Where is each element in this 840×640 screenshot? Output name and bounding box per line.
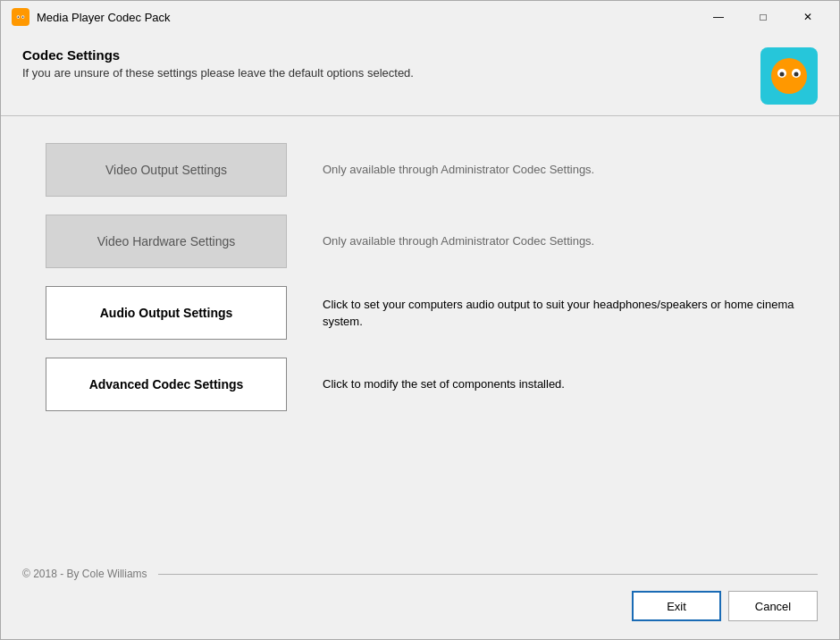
page-title: Codec Settings bbox=[22, 47, 414, 63]
footer: © 2018 - By Cole Williams Exit Cancel bbox=[1, 568, 839, 639]
copyright-text: © 2018 - By Cole Williams bbox=[22, 568, 147, 580]
main-content: Video Output Settings Only available thr… bbox=[1, 116, 839, 568]
minimize-button[interactable]: — bbox=[698, 4, 739, 29]
advanced-codec-settings-button[interactable]: Advanced Codec Settings bbox=[46, 358, 287, 411]
settings-row-video-output: Video Output Settings Only available thr… bbox=[46, 143, 794, 197]
header-subtitle: If you are unsure of these settings plea… bbox=[22, 66, 414, 80]
header-logo bbox=[760, 47, 818, 105]
settings-row-audio-output: Audio Output Settings Click to set your … bbox=[46, 286, 794, 340]
footer-line bbox=[158, 574, 818, 575]
svg-point-3 bbox=[18, 16, 20, 18]
video-output-description: Only available through Administrator Cod… bbox=[323, 161, 794, 179]
svg-rect-0 bbox=[14, 11, 27, 23]
window-controls: — □ ✕ bbox=[698, 4, 828, 29]
footer-buttons: Exit Cancel bbox=[22, 591, 818, 621]
advanced-codec-description: Click to modify the set of components in… bbox=[323, 375, 794, 393]
close-button[interactable]: ✕ bbox=[787, 4, 828, 29]
audio-output-description: Click to set your computers audio output… bbox=[323, 296, 794, 331]
settings-row-advanced-codec: Advanced Codec Settings Click to modify … bbox=[46, 358, 794, 411]
settings-row-video-hardware: Video Hardware Settings Only available t… bbox=[46, 215, 794, 268]
maximize-button[interactable]: □ bbox=[743, 4, 784, 29]
audio-output-settings-button[interactable]: Audio Output Settings bbox=[46, 286, 287, 340]
title-bar: Media Player Codec Pack — □ ✕ bbox=[1, 1, 839, 33]
svg-point-5 bbox=[771, 58, 807, 94]
main-window: Media Player Codec Pack — □ ✕ Codec Sett… bbox=[0, 0, 840, 640]
video-hardware-description: Only available through Administrator Cod… bbox=[323, 232, 794, 250]
video-hardware-settings-button: Video Hardware Settings bbox=[46, 215, 287, 268]
header-section: Codec Settings If you are unsure of thes… bbox=[1, 33, 839, 115]
window-title: Media Player Codec Pack bbox=[37, 11, 691, 24]
svg-point-9 bbox=[794, 72, 799, 77]
svg-point-8 bbox=[780, 72, 785, 77]
exit-button[interactable]: Exit bbox=[632, 591, 721, 621]
header-text: Codec Settings If you are unsure of thes… bbox=[22, 47, 414, 80]
footer-divider: © 2018 - By Cole Williams bbox=[22, 568, 818, 580]
app-icon bbox=[12, 8, 29, 26]
video-output-settings-button: Video Output Settings bbox=[46, 143, 287, 197]
svg-point-4 bbox=[22, 16, 24, 18]
cancel-button[interactable]: Cancel bbox=[728, 591, 818, 621]
